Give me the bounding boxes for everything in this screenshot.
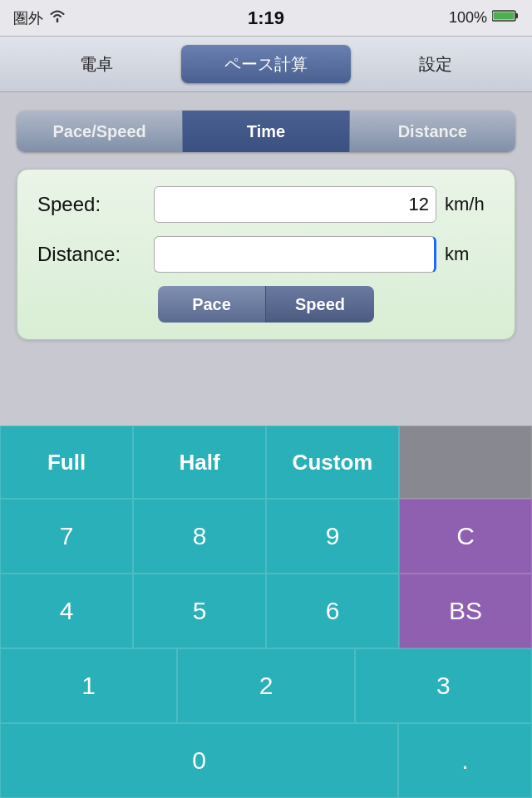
input-panel: Speed: km/h Distance: km Pace Speed — [17, 169, 515, 340]
speed-button[interactable]: Speed — [266, 286, 374, 323]
status-right: 100% — [449, 9, 519, 27]
time-display: 1:19 — [248, 7, 284, 29]
segment-pace-speed[interactable]: Pace/Speed — [17, 111, 183, 152]
distance-unit: km — [445, 244, 495, 265]
preset-row: Full Half Custom — [0, 426, 532, 499]
status-bar: 圏外 1:19 100% — [0, 0, 532, 37]
key-1[interactable]: 1 — [0, 648, 177, 723]
speed-label: Speed: — [37, 193, 154, 216]
speed-row: Speed: km/h — [37, 186, 495, 223]
key-preset-empty — [399, 426, 532, 499]
svg-rect-2 — [494, 12, 515, 20]
speed-input[interactable] — [154, 186, 436, 223]
keypad-left-col: 1 2 3 0 . — [0, 648, 532, 798]
carrier-text: 圏外 — [13, 8, 43, 28]
keypad-row-1: 7 8 9 C — [0, 499, 532, 574]
keypad-row-2: 4 5 6 BS — [0, 574, 532, 648]
tab-bar: 電卓 ペース計算 設定 — [0, 37, 532, 92]
key-backspace[interactable]: BS — [399, 574, 532, 648]
tab-pace[interactable]: ペース計算 — [181, 45, 351, 83]
keypad: Full Half Custom 7 8 9 C 4 5 6 BS 1 2 3 … — [0, 426, 532, 798]
battery-icon — [492, 9, 519, 27]
svg-rect-1 — [515, 13, 518, 18]
segment-time[interactable]: Time — [183, 111, 349, 152]
wifi-icon — [48, 9, 66, 27]
keypad-row-4: 0 . — [0, 723, 532, 798]
key-4[interactable]: 4 — [0, 574, 133, 648]
key-clear[interactable]: C — [399, 499, 532, 574]
distance-input[interactable] — [154, 236, 436, 273]
key-dot[interactable]: . — [398, 723, 532, 798]
pace-button[interactable]: Pace — [158, 286, 266, 323]
keypad-row-3: 1 2 3 — [0, 648, 532, 723]
key-2[interactable]: 2 — [177, 648, 354, 723]
speed-unit: km/h — [445, 194, 495, 215]
pace-speed-row: Pace Speed — [37, 286, 495, 323]
key-5[interactable]: 5 — [133, 574, 266, 648]
key-7[interactable]: 7 — [0, 499, 133, 574]
distance-label: Distance: — [37, 243, 154, 266]
key-8[interactable]: 8 — [133, 499, 266, 574]
key-full[interactable]: Full — [0, 426, 133, 499]
distance-row: Distance: km — [37, 236, 495, 273]
segment-control: Pace/Speed Time Distance — [17, 111, 515, 152]
status-left: 圏外 — [13, 8, 66, 28]
key-0[interactable]: 0 — [0, 723, 398, 798]
tab-settings[interactable]: 設定 — [351, 45, 520, 83]
key-9[interactable]: 9 — [266, 499, 399, 574]
key-3[interactable]: 3 — [355, 648, 532, 723]
tab-calc[interactable]: 電卓 — [12, 45, 181, 83]
key-half[interactable]: Half — [133, 426, 266, 499]
key-custom[interactable]: Custom — [266, 426, 399, 499]
segment-distance[interactable]: Distance — [350, 111, 515, 152]
keypad-bottom: 1 2 3 0 . Done — [0, 648, 532, 798]
battery-text: 100% — [449, 9, 487, 27]
key-6[interactable]: 6 — [266, 574, 399, 648]
